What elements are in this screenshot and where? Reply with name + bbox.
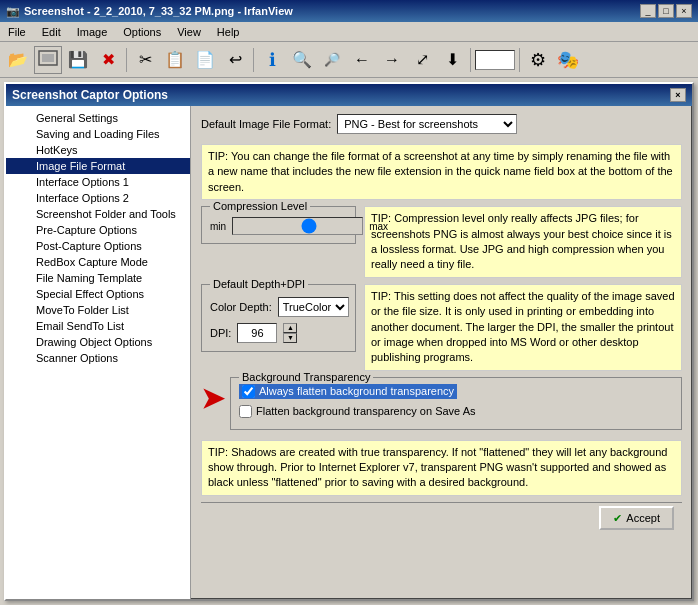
dpi-row: DPI: 96 ▲ ▼: [210, 323, 347, 343]
sidebar-item-saving-loading[interactable]: Saving and Loading Files: [6, 126, 190, 142]
maximize-button[interactable]: □: [658, 4, 674, 18]
flatten-save-as-label: Flatten background transparency on Save …: [256, 405, 476, 417]
sidebar-item-redbox[interactable]: RedBox Capture Mode: [6, 254, 190, 270]
compression-group: Compression Level min max: [201, 206, 356, 244]
color-depth-dropdown[interactable]: TrueColor: [278, 297, 349, 317]
sidebar-item-hotkeys[interactable]: HotKeys: [6, 142, 190, 158]
compression-slider[interactable]: [232, 217, 363, 235]
toolbar-paste-button[interactable]: 📄: [191, 46, 219, 74]
toolbar-extra-button[interactable]: 🎭: [554, 46, 582, 74]
sidebar: General Settings Saving and Loading File…: [6, 106, 191, 599]
tip-box-3: TIP: This setting does not affect the qu…: [364, 284, 682, 371]
tip-text-1: TIP: You can change the file format of a…: [208, 150, 673, 193]
toolbar-info-button[interactable]: ℹ: [258, 46, 286, 74]
sidebar-item-interface-options-1[interactable]: Interface Options 1: [6, 174, 190, 190]
toolbar-separator-1: [126, 48, 127, 72]
format-dropdown[interactable]: PNG - Best for screenshots: [337, 114, 517, 134]
toolbar-open-button[interactable]: 📂: [4, 46, 32, 74]
sidebar-item-interface-options-2[interactable]: Interface Options 2: [6, 190, 190, 206]
dpi-spinner: ▲ ▼: [283, 323, 297, 343]
sidebar-item-general-settings[interactable]: General Settings: [6, 110, 190, 126]
close-window-button[interactable]: ×: [676, 4, 692, 18]
depth-group: Default Depth+DPI Color Depth: TrueColor…: [201, 284, 356, 352]
dpi-input[interactable]: 96: [237, 323, 277, 343]
menu-edit[interactable]: Edit: [38, 25, 65, 39]
right-panel: Default Image File Format: PNG - Best fo…: [191, 106, 692, 599]
dialog: Screenshot Captor Options × General Sett…: [4, 82, 694, 601]
toolbar-next-button[interactable]: →: [378, 46, 406, 74]
sidebar-item-pre-capture[interactable]: Pre-Capture Options: [6, 222, 190, 238]
sidebar-item-special-effect[interactable]: Special Effect Options: [6, 286, 190, 302]
toolbar-zoom-out-button[interactable]: 🔎: [318, 46, 346, 74]
menu-bar: File Edit Image Options View Help: [0, 22, 698, 42]
depth-group-title: Default Depth+DPI: [210, 278, 308, 290]
page-input[interactable]: 1/1: [475, 50, 515, 70]
bg-section: ➤ Background Transparency Always flatten…: [201, 377, 682, 434]
toolbar-undo-button[interactable]: ↩: [221, 46, 249, 74]
toolbar-download-button[interactable]: ⬇: [438, 46, 466, 74]
sidebar-item-image-file-format[interactable]: Image File Format: [6, 158, 190, 174]
format-label: Default Image File Format:: [201, 118, 331, 130]
tip-text-4: TIP: Shadows are created with true trans…: [208, 446, 667, 489]
menu-options[interactable]: Options: [119, 25, 165, 39]
menu-image[interactable]: Image: [73, 25, 112, 39]
flatten-always-checkbox[interactable]: [242, 385, 255, 398]
toolbar-save-button[interactable]: 💾: [64, 46, 92, 74]
sidebar-item-screenshot-folder[interactable]: Screenshot Folder and Tools: [6, 206, 190, 222]
dialog-body: General Settings Saving and Loading File…: [6, 106, 692, 599]
title-bar-left: 📷 Screenshot - 2_2_2010, 7_33_32 PM.png …: [6, 5, 293, 18]
slider-min-label: min: [210, 221, 226, 232]
compression-group-title: Compression Level: [210, 200, 310, 212]
sidebar-item-file-naming[interactable]: File Naming Template: [6, 270, 190, 286]
slider-container: min max: [210, 217, 347, 235]
accept-icon: ✔: [613, 512, 622, 525]
flatten-save-as-checkbox[interactable]: [239, 405, 252, 418]
menu-help[interactable]: Help: [213, 25, 244, 39]
window-title: Screenshot - 2_2_2010, 7_33_32 PM.png - …: [24, 5, 293, 17]
toolbar-prev-button[interactable]: ←: [348, 46, 376, 74]
minimize-button[interactable]: _: [640, 4, 656, 18]
toolbar-zoom-in-button[interactable]: 🔍: [288, 46, 316, 74]
bottom-bar: ✔ Accept: [201, 502, 682, 534]
color-depth-row: Color Depth: TrueColor: [210, 297, 347, 317]
dpi-up-button[interactable]: ▲: [283, 323, 297, 333]
menu-view[interactable]: View: [173, 25, 205, 39]
tip-text-2: TIP: Compression level only really affec…: [371, 212, 672, 270]
sidebar-item-email-sendto[interactable]: Email SendTo List: [6, 318, 190, 334]
menu-file[interactable]: File: [4, 25, 30, 39]
flatten-always-row: Always flatten background transparency: [239, 384, 457, 399]
sidebar-item-post-capture[interactable]: Post-Capture Options: [6, 238, 190, 254]
dialog-title-text: Screenshot Captor Options: [12, 88, 168, 102]
toolbar-cut-button[interactable]: ✂: [131, 46, 159, 74]
title-bar: 📷 Screenshot - 2_2_2010, 7_33_32 PM.png …: [0, 0, 698, 22]
main-content: Screenshot Captor Options × General Sett…: [0, 78, 698, 605]
svg-rect-1: [42, 54, 54, 62]
red-arrow-icon: ➤: [201, 385, 224, 413]
dpi-down-button[interactable]: ▼: [283, 333, 297, 343]
toolbar-screenshot-button[interactable]: [34, 46, 62, 74]
sidebar-item-moveto-folder[interactable]: MoveTo Folder List: [6, 302, 190, 318]
title-bar-controls: _ □ ×: [640, 4, 692, 18]
accept-label: Accept: [626, 512, 660, 524]
toolbar-separator-2: [253, 48, 254, 72]
bg-transparency-group: Background Transparency Always flatten b…: [230, 377, 682, 430]
dialog-close-button[interactable]: ×: [670, 88, 686, 102]
dpi-label: DPI:: [210, 327, 231, 339]
toolbar-fit-button[interactable]: ⤢: [408, 46, 436, 74]
compression-section: Compression Level min max TIP: Compressi…: [201, 206, 682, 278]
flatten-always-label: Always flatten background transparency: [259, 385, 454, 397]
sidebar-item-drawing-object[interactable]: Drawing Object Options: [6, 334, 190, 350]
slider-max-label: max: [369, 221, 388, 232]
tip-box-2: TIP: Compression level only really affec…: [364, 206, 682, 278]
app-icon: 📷: [6, 5, 20, 18]
sidebar-item-scanner[interactable]: Scanner Options: [6, 350, 190, 366]
toolbar-copy-button[interactable]: 📋: [161, 46, 189, 74]
flatten-save-as-row: Flatten background transparency on Save …: [239, 405, 673, 418]
bg-group-title: Background Transparency: [239, 371, 373, 383]
toolbar-separator-4: [519, 48, 520, 72]
color-depth-label: Color Depth:: [210, 301, 272, 313]
accept-button[interactable]: ✔ Accept: [599, 506, 674, 530]
format-row: Default Image File Format: PNG - Best fo…: [201, 114, 682, 134]
toolbar-delete-button[interactable]: ✖: [94, 46, 122, 74]
toolbar-settings-button[interactable]: ⚙: [524, 46, 552, 74]
